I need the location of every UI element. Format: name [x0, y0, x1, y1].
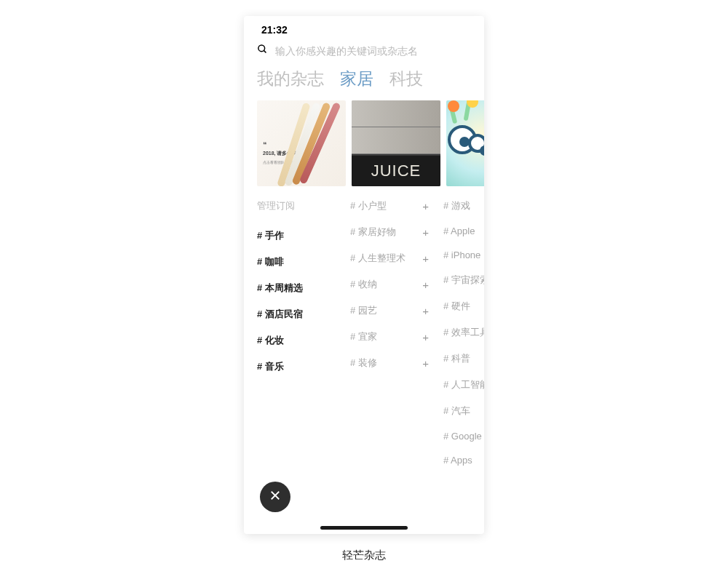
- tag-item[interactable]: # 化妆: [257, 327, 350, 354]
- add-icon[interactable]: +: [422, 279, 435, 291]
- add-icon[interactable]: +: [422, 305, 435, 317]
- add-icon[interactable]: +: [422, 226, 435, 239]
- column-tech: # 游戏 # Apple # iPhone # 宇宙探索 # 硬件 # 效率工具…: [443, 199, 484, 472]
- close-icon: [269, 489, 282, 505]
- juice-mat-text: JUICE: [352, 154, 440, 186]
- quote-icon: ❝: [263, 140, 266, 148]
- search-icon: [257, 44, 268, 57]
- tag-item[interactable]: # 硬件: [443, 293, 484, 319]
- clock: 21:32: [261, 24, 288, 36]
- app-name-caption: 轻芒杂志: [342, 549, 386, 562]
- manage-subscriptions-header[interactable]: 管理订阅: [257, 199, 350, 223]
- svg-point-0: [258, 45, 265, 52]
- phone-frame: 21:32 我的杂志 家居 科技 ❝ 2018, 请多多关照 点击看看团队推荐精…: [244, 16, 484, 534]
- tag-item[interactable]: # 人生整理术 +: [350, 245, 443, 271]
- cover-cards-row: ❝ 2018, 请多多关照 点击看看团队推荐精选文章 JUICE: [244, 100, 484, 186]
- tag-item[interactable]: # 效率工具: [443, 319, 484, 346]
- tag-item[interactable]: # iPhone: [443, 243, 484, 267]
- status-bar: 21:32: [244, 16, 484, 44]
- tab-my-magazines[interactable]: 我的杂志: [257, 68, 324, 90]
- tag-item[interactable]: # 园艺 +: [350, 298, 443, 324]
- tag-item[interactable]: # Apple: [443, 219, 484, 243]
- tag-item[interactable]: # 宇宙探索: [443, 267, 484, 293]
- tag-item[interactable]: # 手作: [257, 223, 350, 249]
- column-my: 管理订阅 # 手作 # 咖啡 # 本周精选 # 酒店民宿 # 化妆 # 音乐: [257, 199, 350, 472]
- tag-item[interactable]: # 宜家 +: [350, 324, 443, 350]
- tag-item[interactable]: # 家居好物 +: [350, 219, 443, 245]
- add-icon[interactable]: +: [422, 252, 435, 265]
- cover-card-2[interactable]: JUICE: [352, 100, 440, 186]
- add-icon[interactable]: +: [422, 200, 435, 212]
- tag-item[interactable]: # Google: [443, 424, 484, 448]
- tab-home[interactable]: 家居: [340, 68, 373, 90]
- pens-illustration: [299, 103, 346, 183]
- tag-item[interactable]: # 本周精选: [257, 275, 350, 301]
- home-indicator[interactable]: [320, 526, 408, 530]
- tag-item[interactable]: # 咖啡: [257, 249, 350, 275]
- tag-item[interactable]: # 科普: [443, 346, 484, 372]
- column-home: # 小户型 + # 家居好物 + # 人生整理术 + # 收纳 + # 园艺 +…: [350, 199, 443, 472]
- add-icon[interactable]: +: [422, 331, 435, 343]
- category-tabs: 我的杂志 家居 科技: [244, 63, 484, 100]
- tab-tech[interactable]: 科技: [389, 68, 423, 90]
- close-button[interactable]: [260, 482, 290, 512]
- tag-item[interactable]: # 人工智能: [443, 372, 484, 398]
- svg-line-1: [264, 50, 266, 52]
- search-bar[interactable]: [244, 44, 484, 63]
- tag-item[interactable]: # 收纳 +: [350, 271, 443, 298]
- tag-item[interactable]: # 游戏: [443, 199, 484, 219]
- add-icon[interactable]: +: [422, 357, 435, 370]
- tag-item[interactable]: # 酒店民宿: [257, 301, 350, 327]
- search-input[interactable]: [275, 45, 471, 57]
- tag-item[interactable]: # Apps: [443, 448, 484, 472]
- tag-item[interactable]: # 汽车: [443, 398, 484, 424]
- tag-item[interactable]: # 装修 +: [350, 350, 443, 376]
- tag-item[interactable]: # 小户型 +: [350, 199, 443, 219]
- tag-item[interactable]: # 音乐: [257, 354, 350, 380]
- cover-card-3[interactable]: [446, 100, 484, 186]
- cover-card-1[interactable]: ❝ 2018, 请多多关照 点击看看团队推荐精选文章: [257, 100, 346, 186]
- tag-columns: 管理订阅 # 手作 # 咖啡 # 本周精选 # 酒店民宿 # 化妆 # 音乐 #…: [244, 186, 484, 472]
